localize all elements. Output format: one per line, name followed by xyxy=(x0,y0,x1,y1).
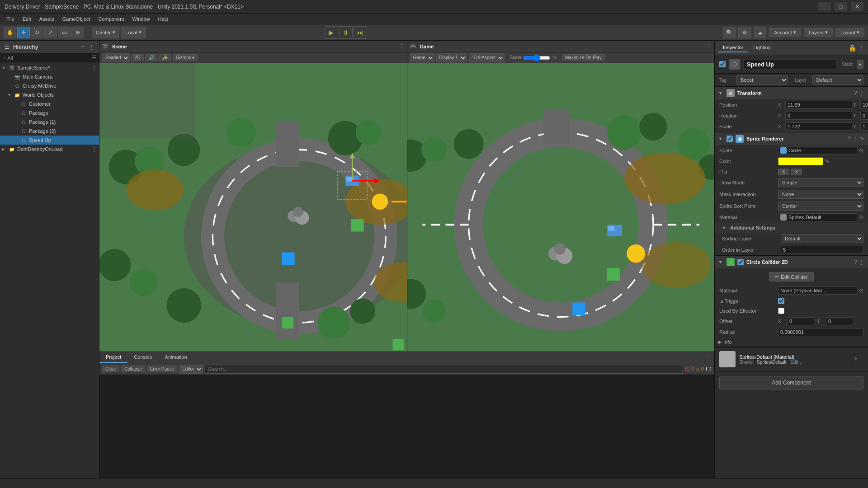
object-active-checkbox[interactable] xyxy=(719,61,726,67)
tab-lighting[interactable]: Lighting xyxy=(749,43,775,52)
position-x-field[interactable] xyxy=(785,101,852,109)
collapse-button[interactable]: Collapse xyxy=(121,366,145,372)
settings-button[interactable]: ⚙ xyxy=(738,27,751,38)
game-canvas[interactable] xyxy=(407,63,715,352)
material-options-btn[interactable]: ⋮ xyxy=(859,357,863,362)
rect-tool[interactable]: ▭ xyxy=(58,27,71,38)
maximize-button[interactable]: □ xyxy=(835,2,847,11)
collider-material-pick-btn[interactable]: ⊙ xyxy=(859,287,863,294)
cloud-button[interactable]: ☁ xyxy=(754,27,766,38)
color-swatch[interactable] xyxy=(778,157,823,165)
tab-console[interactable]: Console xyxy=(127,352,158,363)
scale-x-field[interactable] xyxy=(785,122,852,131)
edit-collider-button[interactable]: ✏ Edit Collider xyxy=(769,272,813,282)
offset-y-field[interactable] xyxy=(826,317,853,325)
local-dropdown[interactable]: Local ▾ xyxy=(121,27,146,38)
scene-options-btn[interactable]: ⋮ xyxy=(399,43,404,49)
tab-project[interactable]: Project xyxy=(99,352,127,363)
sprite-pick-btn[interactable]: ⊙ xyxy=(859,147,863,154)
circle-collider-header[interactable]: ▼ ○ Circle Collider 2D ? ⋮ xyxy=(715,256,868,268)
inspector-more-btn[interactable]: ⋮ xyxy=(858,44,864,52)
hierarchy-menu-btn[interactable]: ☰ xyxy=(4,43,10,51)
sprite-renderer-settings-btn[interactable]: ⋮ xyxy=(853,136,858,142)
hierarchy-add-btn[interactable]: + xyxy=(80,43,85,51)
editor-dropdown[interactable]: Editor xyxy=(179,365,203,374)
tree-item-maincamera[interactable]: 📷 Main Camera xyxy=(0,72,99,81)
radius-field[interactable] xyxy=(778,328,863,336)
menu-gameobject[interactable]: GameObject xyxy=(59,15,94,23)
tree-item-package1[interactable]: ⬡ Package (1) xyxy=(0,117,99,127)
menu-assets[interactable]: Assets xyxy=(36,15,58,23)
rotation-x-field[interactable] xyxy=(785,112,852,120)
account-dropdown[interactable]: Account ▾ xyxy=(769,28,801,37)
2d-button[interactable]: 2D xyxy=(132,54,144,61)
menu-file[interactable]: File xyxy=(3,15,18,23)
tree-item-customer[interactable]: ⬡ Customer xyxy=(0,99,99,108)
menu-edit[interactable]: Edit xyxy=(19,15,35,23)
transform-header[interactable]: ▼ ⊕ Transform ? ⋮ xyxy=(715,87,868,99)
tree-item-package[interactable]: ⬡ Package xyxy=(0,108,99,117)
game-options-btn[interactable]: ⋮ xyxy=(707,43,712,49)
shader-edit-btn[interactable]: Edit… xyxy=(790,360,802,365)
scale-tool[interactable]: ⤢ xyxy=(44,27,57,38)
offset-x-field[interactable] xyxy=(787,317,814,325)
circle-collider-info-btn[interactable]: ? xyxy=(854,259,857,265)
pivot-dropdown[interactable]: Center ▾ xyxy=(92,27,119,38)
maximize-on-play-btn[interactable]: Maximize On Play xyxy=(562,54,605,61)
step-button[interactable]: ⏭ xyxy=(354,26,367,39)
hand-tool[interactable]: ✋ xyxy=(4,27,16,38)
static-dropdown[interactable]: ▾ xyxy=(857,60,863,69)
bottom-panel-options[interactable]: ⋮ xyxy=(702,352,714,363)
scale-slider[interactable] xyxy=(523,54,550,61)
sprite-field[interactable]: Circle xyxy=(778,146,857,155)
search-button[interactable]: 🔍 xyxy=(723,27,736,38)
hierarchy-collapse-btn[interactable]: ☰ xyxy=(92,55,96,61)
transform-settings-btn[interactable]: ⋮ xyxy=(859,90,864,96)
rotate-tool[interactable]: ↻ xyxy=(31,27,43,38)
color-edit-btn[interactable]: ✎ xyxy=(825,158,830,164)
layout-dropdown[interactable]: Layout ▾ xyxy=(835,28,864,37)
error-pause-button[interactable]: Error Pause xyxy=(147,366,177,372)
gizmos-button[interactable]: Gizmos ▾ xyxy=(173,54,198,61)
inspector-lock-btn[interactable]: 🔒 xyxy=(849,44,856,52)
layers-dropdown[interactable]: Layers ▾ xyxy=(804,28,833,37)
pause-button[interactable]: ⏸ xyxy=(339,26,353,39)
sprite-renderer-edit-btn[interactable]: ✎ xyxy=(860,136,864,142)
combined-tool[interactable]: ⊕ xyxy=(71,27,84,38)
material-info-btn[interactable]: ? xyxy=(854,357,857,362)
tree-item-cruisy[interactable]: ⬡ Cruisy McDrive xyxy=(0,81,99,90)
menu-help[interactable]: Help xyxy=(154,15,172,23)
shading-dropdown[interactable]: Shaded xyxy=(102,53,130,62)
display-dropdown[interactable]: Display 1 xyxy=(436,53,467,62)
position-y-field[interactable] xyxy=(860,101,868,109)
tree-item-dontdestroy[interactable]: ▶ 📁 DontDestroyOnLoad ⋮ xyxy=(0,145,99,154)
tag-dropdown[interactable]: Boost xyxy=(736,75,788,84)
circle-collider-settings-btn[interactable]: ⋮ xyxy=(859,259,864,265)
dont-destroy-dots-btn[interactable]: ⋮ xyxy=(92,146,97,152)
scene-canvas[interactable] xyxy=(99,63,407,352)
effects-button[interactable]: ✨ xyxy=(159,54,171,61)
mask-interaction-dropdown[interactable]: None xyxy=(778,190,863,199)
move-tool[interactable]: ✛ xyxy=(17,27,30,38)
tree-item-worldobjects[interactable]: ▼ 📁 World Objects xyxy=(0,90,99,99)
tab-animation[interactable]: Animation xyxy=(159,352,193,363)
sorting-layer-dropdown[interactable]: Default xyxy=(781,234,863,243)
tree-item-samplescene[interactable]: ▼ 🎬 SampleScene* ⋮ xyxy=(0,63,99,72)
console-search-input[interactable] xyxy=(205,365,683,374)
menu-component[interactable]: Component xyxy=(94,15,127,23)
add-component-button[interactable]: Add Component xyxy=(719,376,863,389)
tab-inspector[interactable]: Inspector xyxy=(718,43,748,52)
play-button[interactable]: ▶ xyxy=(325,26,338,39)
minimize-button[interactable]: ─ xyxy=(818,2,831,11)
audio-button[interactable]: 🔊 xyxy=(146,54,157,61)
transform-info-btn[interactable]: ? xyxy=(854,90,857,96)
tree-item-package2[interactable]: ⬡ Package (2) xyxy=(0,127,99,136)
rotation-y-field[interactable] xyxy=(860,112,868,120)
game-camera-dropdown[interactable]: Game xyxy=(410,53,434,62)
object-name-field[interactable] xyxy=(744,60,836,69)
clear-button[interactable]: Clear xyxy=(102,366,119,372)
material-pick-btn[interactable]: ⊙ xyxy=(859,214,863,221)
aspect-dropdown[interactable]: 16:9 Aspect xyxy=(469,53,505,62)
draw-mode-dropdown[interactable]: Simple xyxy=(778,178,863,187)
info-section[interactable]: ▶ Info xyxy=(715,338,868,347)
